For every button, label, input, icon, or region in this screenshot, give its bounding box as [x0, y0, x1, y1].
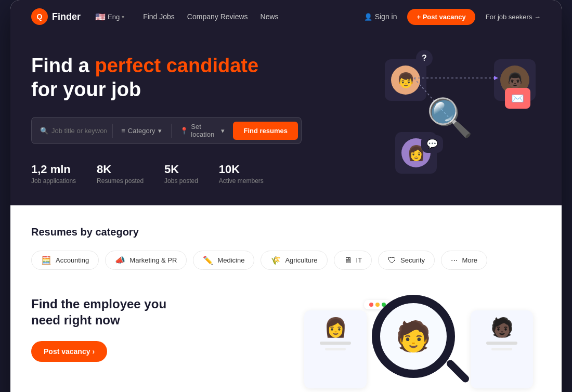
it-label: IT	[356, 256, 362, 264]
stat-resumes-posted: 8K Resumes posted	[97, 163, 144, 185]
magnifier-big: 🧑	[372, 295, 455, 378]
category-pill-it[interactable]: 🖥 IT	[334, 251, 372, 270]
medicine-label: Medicine	[217, 256, 244, 264]
agriculture-label: Agriculture	[285, 256, 317, 264]
location-selector[interactable]: 📍 Set location ▾	[175, 120, 230, 141]
flag-icon: 🇺🇸	[95, 12, 106, 22]
illustration-wrapper: 👩 🧑 🧑🏿	[304, 300, 533, 392]
category-pill-security[interactable]: 🛡 Security	[378, 251, 435, 270]
avatar-card-1: 👦	[385, 59, 426, 101]
category-icon: ≡	[121, 127, 125, 135]
avatar-1: 👦	[391, 66, 420, 95]
chevron-down-icon: ▾	[221, 127, 225, 135]
brand-name: Finder	[52, 11, 81, 22]
cta-text: Find the employee you need right now Pos…	[31, 296, 276, 361]
news-link[interactable]: News	[261, 12, 279, 21]
profile-avatar-left: 👩	[324, 317, 347, 338]
center-person-icon: 🧑	[395, 319, 432, 354]
security-label: Security	[400, 256, 425, 264]
stat-label-active-members: Active members	[219, 177, 264, 185]
hero-illustration: ? 👦 👨🏿 🔍 👩	[374, 49, 541, 184]
profile-card-left: 👩	[304, 310, 367, 388]
cta-heading: Find the employee you need right now	[31, 296, 276, 328]
security-icon: 🛡	[388, 256, 396, 265]
profile-role-bar	[325, 348, 346, 350]
category-pill-medicine[interactable]: ✏️ Medicine	[193, 251, 254, 270]
category-pill-more[interactable]: ··· More	[441, 251, 487, 270]
find-jobs-link[interactable]: Find Jobs	[143, 12, 175, 21]
hero-heading-highlight: perfect candidate	[95, 55, 258, 76]
find-resumes-button[interactable]: Find resumes	[233, 122, 298, 140]
categories-section-title: Resumes by category	[31, 226, 541, 238]
cta-illustration: 👩 🧑 🧑🏿	[296, 296, 541, 392]
user-icon: 👤	[364, 13, 372, 21]
company-reviews-link[interactable]: Company Reviews	[187, 12, 248, 21]
search-icon: 🔍	[40, 127, 48, 135]
stats-row: 1,2 mln Job applications 8K Resumes post…	[31, 163, 374, 185]
location-label: Set location	[191, 123, 218, 138]
hero-content: Find a perfect candidate for your job 🔍 …	[10, 33, 562, 185]
stat-number-resumes-posted: 8K	[97, 163, 144, 176]
profile-avatar-right: 🧑🏿	[490, 317, 514, 338]
post-vacancy-cta-button[interactable]: Post vacancy ›	[31, 341, 107, 362]
more-icon: ···	[451, 256, 458, 265]
lang-label: Eng	[108, 13, 120, 21]
stat-number-active-members: 10K	[219, 163, 264, 176]
logo[interactable]: Q Finder	[31, 8, 81, 25]
category-pill-agriculture[interactable]: 🌾 Agriculture	[261, 251, 327, 270]
medicine-icon: ✏️	[203, 255, 213, 265]
magnifier-icon: 🔍	[426, 96, 473, 140]
cta-heading-line1: Find the employee you	[31, 297, 166, 311]
magnifier-handle	[445, 358, 471, 384]
stat-number-job-applications: 1,2 mln	[31, 163, 76, 176]
chevron-down-icon: ▾	[158, 127, 162, 135]
cta-heading-line2: need right now	[31, 313, 120, 327]
sign-in-link[interactable]: 👤 Sign in	[364, 12, 397, 21]
accounting-label: Accounting	[56, 256, 89, 264]
category-label: Category	[128, 127, 155, 135]
logo-icon: Q	[31, 8, 48, 25]
envelope-icon: ✉️	[505, 88, 530, 109]
job-search-wrap: 🔍	[35, 124, 113, 138]
nav-right: 👤 Sign in + Post vacancy For job seekers…	[364, 9, 541, 25]
category-pill-marketing[interactable]: 📣 Marketing & PR	[105, 251, 187, 270]
category-pills: 🧮 Accounting 📣 Marketing & PR ✏️ Medicin…	[31, 251, 541, 270]
bottom-cta: Find the employee you need right now Pos…	[31, 296, 541, 392]
hero-heading: Find a perfect candidate for your job	[31, 54, 374, 101]
stat-label-job-applications: Job applications	[31, 177, 76, 185]
more-label: More	[462, 256, 477, 264]
browser-dot-red	[369, 303, 373, 307]
nav-links: Find Jobs Company Reviews News	[143, 12, 278, 21]
navbar: Q Finder 🇺🇸 Eng ▾ Find Jobs Company Revi…	[10, 0, 562, 33]
search-bar: 🔍 ≡ Category ▾ 📍 Set location ▾ Find res…	[31, 117, 302, 144]
stat-jobs-posted: 5K Jobs posted	[164, 163, 198, 185]
location-icon: 📍	[180, 127, 188, 135]
white-section: Resumes by category 🧮 Accounting 📣 Marke…	[10, 205, 562, 392]
profile-role-bar-2	[491, 348, 512, 350]
job-search-input[interactable]	[51, 127, 107, 135]
category-pill-accounting[interactable]: 🧮 Accounting	[31, 251, 99, 270]
profile-card-right: 🧑🏿	[471, 310, 533, 388]
stat-job-applications: 1,2 mln Job applications	[31, 163, 76, 185]
agriculture-icon: 🌾	[270, 255, 281, 265]
marketing-icon: 📣	[115, 255, 125, 265]
stat-active-members: 10K Active members	[219, 163, 264, 185]
for-job-seekers-link[interactable]: For job seekers →	[486, 13, 541, 21]
hero-heading-line2: for your job	[31, 79, 141, 100]
chevron-down-icon: ▾	[122, 14, 124, 20]
hero-heading-line1: Find a	[31, 55, 95, 76]
hero-text: Find a perfect candidate for your job 🔍 …	[31, 49, 374, 185]
browser-dot-yellow	[375, 303, 380, 307]
marketing-label: Marketing & PR	[129, 256, 177, 264]
stat-number-jobs-posted: 5K	[164, 163, 198, 176]
stat-label-jobs-posted: Jobs posted	[164, 177, 198, 185]
profile-name-bar-2	[486, 342, 517, 345]
post-vacancy-button[interactable]: + Post vacancy	[407, 9, 475, 25]
language-selector[interactable]: 🇺🇸 Eng ▾	[95, 12, 124, 22]
profile-name-bar	[320, 342, 351, 345]
stat-label-resumes-posted: Resumes posted	[97, 177, 144, 185]
hero-section: Q Finder 🇺🇸 Eng ▾ Find Jobs Company Revi…	[10, 0, 562, 205]
category-selector[interactable]: ≡ Category ▾	[116, 124, 172, 138]
it-icon: 🖥	[344, 256, 352, 265]
accounting-icon: 🧮	[41, 255, 51, 265]
